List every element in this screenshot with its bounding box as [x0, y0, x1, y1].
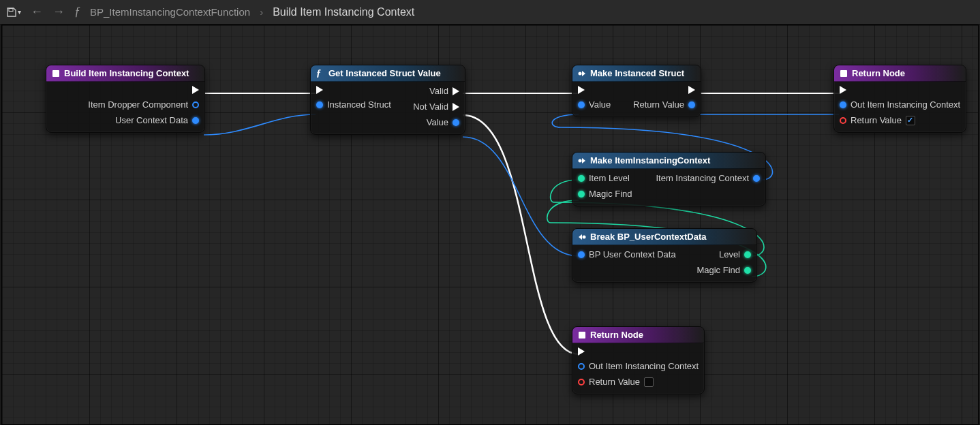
node-title-label: Break BP_UserContextData [590, 232, 707, 242]
pin-label: Not Valid [413, 101, 448, 112]
node-title: Build Item Instancing Context [46, 65, 204, 82]
pin-label: Item Level [589, 173, 630, 183]
node-title: Make ItemInstancingContext [572, 153, 765, 169]
svg-rect-0 [9, 8, 13, 11]
pin-level[interactable]: Level [696, 249, 751, 259]
node-title: Break BP_UserContextData [572, 229, 756, 245]
node-return-2[interactable]: Return Node Out Item Instancing Context … [572, 326, 705, 394]
toolbar: ▾ ← → ƒ BP_ItemInstancingContextFunction… [0, 0, 980, 25]
node-title-label: Make Instanced Struct [590, 68, 684, 78]
pin-exec-in[interactable] [578, 86, 611, 94]
node-get-instanced-struct-value[interactable]: ƒ Get Instanced Struct Value Instanced S… [310, 65, 465, 135]
svg-rect-3 [840, 70, 847, 77]
pin-item-level[interactable]: Item Level [578, 173, 632, 183]
pin-label: Return Value [589, 377, 640, 387]
pin-exec-in[interactable] [578, 347, 699, 356]
pin-not-valid[interactable]: Not Valid [413, 101, 459, 112]
node-title: Make Instanced Struct [572, 65, 701, 82]
node-title: Return Node [572, 327, 704, 343]
node-build-item-instancing-context[interactable]: Build Item Instancing Context Item Dropp… [46, 65, 205, 133]
node-break-user-context[interactable]: Break BP_UserContextData BP User Context… [572, 228, 757, 283]
breadcrumb-current: Build Item Instancing Context [273, 6, 414, 18]
node-make-item-instancing-context[interactable]: Make ItemInstancingContext Item Level Ma… [572, 152, 766, 206]
pin-label: Out Item Instancing Context [851, 99, 960, 110]
node-title: ƒ Get Instanced Struct Value [311, 65, 465, 82]
pin-magic-find[interactable]: Magic Find [696, 265, 751, 275]
breadcrumb-parent[interactable]: BP_ItemInstancingContextFunction [90, 6, 250, 18]
pin-item-dropper[interactable]: Item Dropper Component [88, 99, 199, 110]
pin-exec-out[interactable] [88, 86, 199, 94]
function-icon: ƒ [316, 69, 324, 78]
return-checkbox-checked[interactable] [906, 116, 915, 125]
nav-forward-button[interactable]: → [52, 5, 65, 19]
svg-point-4 [579, 159, 582, 162]
pin-out-context[interactable]: Out Item Instancing Context [578, 361, 699, 371]
node-make-instanced-struct[interactable]: Make Instanced Struct Value Return Value [572, 65, 701, 117]
pin-label: Level [719, 249, 740, 259]
pin-item-instancing-context[interactable]: Item Instancing Context [656, 173, 760, 183]
svg-point-2 [579, 72, 582, 75]
pin-value-in[interactable]: Value [578, 99, 611, 110]
pin-bp-user-context-data[interactable]: BP User Context Data [578, 249, 676, 259]
pin-exec-in[interactable] [316, 86, 391, 94]
node-title: Return Node [834, 65, 966, 82]
graph-canvas[interactable]: Build Item Instancing Context Item Dropp… [1, 25, 979, 425]
function-icon: ƒ [74, 5, 80, 19]
return-icon [578, 331, 586, 339]
node-title-label: Build Item Instancing Context [64, 68, 189, 78]
pin-label: Magic Find [589, 189, 632, 199]
node-return-1[interactable]: Return Node Out Item Instancing Context … [833, 65, 966, 133]
pin-return-value[interactable]: Return Value [578, 377, 699, 387]
svg-rect-1 [52, 70, 59, 77]
pin-exec-in[interactable] [840, 86, 960, 94]
pin-label: Out Item Instancing Context [589, 361, 699, 371]
pin-label: Item Instancing Context [656, 173, 749, 183]
break-icon [578, 233, 586, 241]
svg-point-5 [583, 235, 586, 238]
pin-magic-find[interactable]: Magic Find [578, 189, 632, 199]
pin-label: Return Value [851, 115, 902, 125]
return-checkbox[interactable] [644, 377, 654, 387]
breadcrumb-separator: › [260, 6, 263, 18]
pin-label: Return Value [633, 99, 684, 110]
pin-exec-out[interactable] [633, 86, 695, 94]
node-title-label: Get Instanced Struct Value [328, 68, 441, 78]
pin-return-value[interactable]: Return Value [840, 115, 960, 125]
pin-label: Magic Find [696, 265, 740, 275]
node-title-label: Make ItemInstancingContext [590, 155, 710, 166]
node-title-label: Return Node [590, 330, 643, 340]
node-title-label: Return Node [852, 68, 905, 78]
event-icon [52, 69, 60, 78]
pin-instanced-struct[interactable]: Instanced Struct [316, 99, 391, 110]
svg-rect-6 [579, 332, 585, 339]
pin-label: Value [427, 117, 448, 127]
struct-icon [578, 69, 586, 78]
pin-label: Item Dropper Component [88, 99, 188, 110]
pin-label: Instanced Struct [327, 99, 391, 110]
pin-user-context-data[interactable]: User Context Data [88, 115, 199, 125]
pin-return-value[interactable]: Return Value [633, 99, 695, 110]
pin-valid[interactable]: Valid [413, 86, 459, 96]
pin-label: BP User Context Data [589, 249, 676, 259]
nav-back-button[interactable]: ← [31, 5, 43, 19]
pin-value[interactable]: Value [413, 117, 459, 127]
pin-out-context[interactable]: Out Item Instancing Context [840, 99, 960, 110]
pin-label: Value [589, 99, 611, 110]
pin-label: User Context Data [115, 115, 188, 125]
struct-icon [578, 157, 586, 165]
return-icon [840, 69, 848, 78]
save-button[interactable]: ▾ [7, 7, 21, 17]
pin-label: Valid [429, 86, 448, 96]
